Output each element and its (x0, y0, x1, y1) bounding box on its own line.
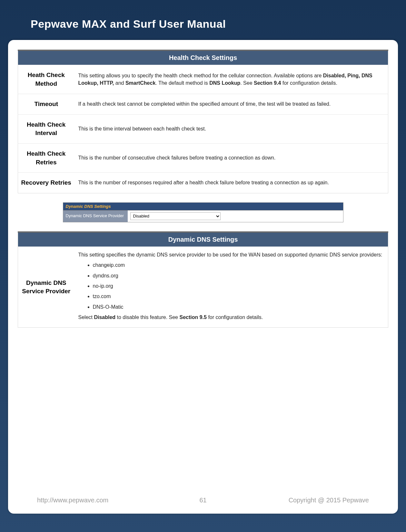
page-title: Pepwave MAX and Surf User Manual (31, 18, 375, 30)
ddns-panel-label: Dynamic DNS Service Provider (63, 210, 128, 222)
health-check-table: Health Check Settings Heath Check Method… (18, 50, 388, 193)
row-desc-ddns: This setting specifies the dynamic DNS s… (74, 247, 388, 328)
list-item: DNS-O-Matic (93, 304, 384, 311)
footer-page-number: 61 (186, 497, 219, 504)
text: . See (240, 80, 254, 86)
list-item: no-ip.org (93, 283, 384, 290)
ddns-provider-select[interactable]: Disabled (130, 212, 221, 220)
row-desc-method: This setting allows you to specify the h… (74, 65, 388, 94)
row-label-timeout: Timeout (18, 94, 74, 115)
text: and (114, 80, 125, 86)
row-desc-interval: This is the time interval between each h… (74, 114, 388, 143)
footer-copyright: Copyright @ 2015 Pepwave (220, 497, 369, 504)
footer-url: http://www.pepwave.com (37, 497, 186, 504)
health-check-heading: Health Check Settings (18, 50, 388, 65)
ddns-heading: Dynamic DNS Settings (18, 232, 388, 247)
ddns-panel-field: Disabled (128, 210, 343, 222)
text-bold: Section 9.5 (179, 314, 206, 320)
list-item: changeip.com (93, 262, 384, 269)
list-item: dyndns.org (93, 272, 384, 279)
row-desc-recovery: This is the number of responses required… (74, 173, 388, 193)
content-body: Health Check Settings Heath Check Method… (18, 50, 388, 491)
text: Select (78, 314, 94, 320)
ddns-provider-list: changeip.com dyndns.org no-ip.org tzo.co… (93, 262, 384, 311)
ddns-intro: This setting specifies the dynamic DNS s… (78, 251, 384, 258)
text-bold: DNS Lookup (209, 80, 240, 86)
page-header: Pepwave MAX and Surf User Manual (8, 6, 398, 40)
text-bold: Section 9.4 (254, 80, 281, 86)
text: This setting allows you to specify the h… (78, 73, 323, 78)
row-label-recovery: Recovery Retries (18, 173, 74, 193)
ddns-table: Dynamic DNS Settings Dynamic DNS Service… (18, 231, 388, 328)
row-label-interval: Health Check Interval (18, 114, 74, 143)
ddns-outro: Select Disabled to disable this feature.… (78, 314, 384, 321)
text: for configuration details. (207, 314, 263, 320)
page-frame: Pepwave MAX and Surf User Manual Health … (0, 0, 406, 532)
text-bold: Disabled (94, 314, 115, 320)
ddns-panel-screenshot: Dynamic DNS Settings Dynamic DNS Service… (63, 202, 343, 222)
text: to disable this feature. See (115, 314, 179, 320)
list-item: tzo.com (93, 293, 384, 300)
page-footer: http://www.pepwave.com 61 Copyright @ 20… (18, 491, 388, 507)
row-label-retries: Health Check Retries (18, 143, 74, 172)
row-desc-timeout: If a health check test cannot be complet… (74, 94, 388, 115)
content-card: Health Check Settings Heath Check Method… (8, 40, 398, 514)
text: for configuration details. (281, 80, 337, 86)
row-label-ddns: Dynamic DNS Service Provider (18, 247, 74, 328)
row-desc-retries: This is the number of consecutive check … (74, 143, 388, 172)
row-label-method: Heath Check Method (18, 65, 74, 94)
ddns-panel-row: Dynamic DNS Service Provider Disabled (63, 210, 343, 222)
ddns-panel-title: Dynamic DNS Settings (63, 203, 343, 210)
text-bold: SmartCheck (125, 80, 155, 86)
text: . The default method is (155, 80, 209, 86)
